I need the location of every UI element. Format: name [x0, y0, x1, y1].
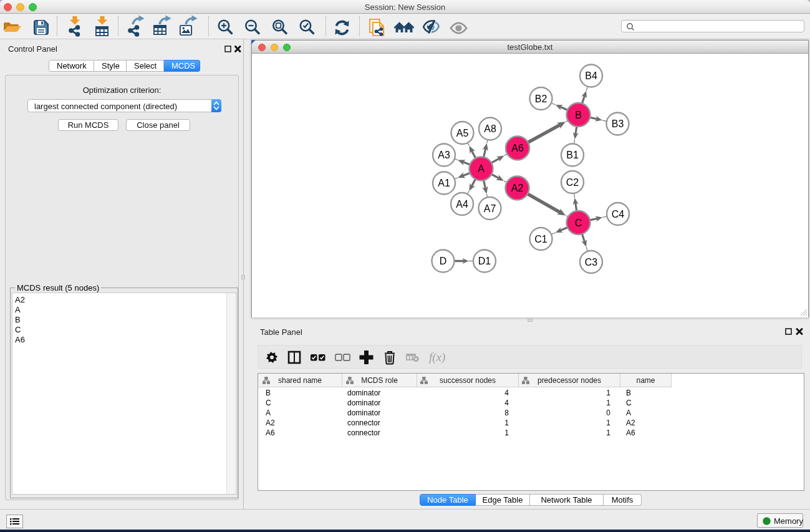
- svg-text:f(x): f(x): [429, 351, 445, 364]
- svg-text:B2: B2: [535, 94, 547, 104]
- svg-text:B1: B1: [566, 150, 579, 160]
- svg-text:D1: D1: [478, 256, 491, 266]
- svg-text:B: B: [575, 110, 582, 120]
- svg-text:B4: B4: [585, 70, 597, 81]
- svg-text:A6: A6: [511, 143, 524, 153]
- svg-text:C4: C4: [612, 209, 625, 220]
- svg-text:A: A: [478, 163, 485, 174]
- svg-text:A4: A4: [456, 199, 468, 210]
- svg-text:A8: A8: [484, 123, 496, 134]
- svg-text:A7: A7: [484, 203, 496, 214]
- svg-text:A2: A2: [511, 183, 524, 193]
- svg-text:C: C: [575, 218, 582, 228]
- svg-text:C2: C2: [566, 177, 579, 188]
- svg-text:A3: A3: [438, 150, 450, 160]
- svg-text:A1: A1: [438, 178, 450, 188]
- svg-text:B3: B3: [612, 118, 624, 129]
- svg-text:C1: C1: [534, 234, 547, 244]
- svg-text:D: D: [440, 256, 447, 266]
- svg-text:A5: A5: [456, 128, 469, 138]
- svg-text:C3: C3: [585, 257, 598, 268]
